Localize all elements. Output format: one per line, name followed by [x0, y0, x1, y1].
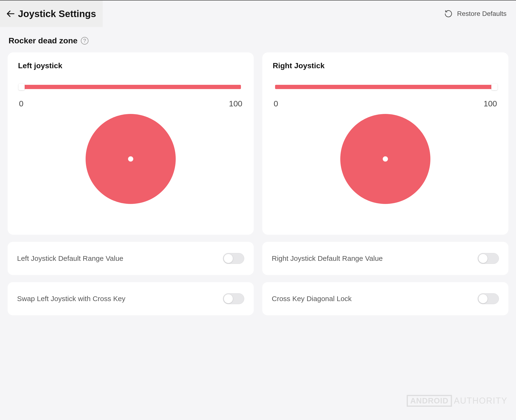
left-range-toggle-row: Left Joystick Default Range Value [8, 242, 254, 275]
slider-thumb[interactable] [491, 84, 498, 90]
slider-labels: 0 100 [18, 99, 243, 108]
right-range-label: Right Joystick Default Range Value [272, 255, 383, 262]
diag-lock-toggle-row: Cross Key Diagonal Lock [262, 282, 508, 315]
diag-lock-label: Cross Key Diagonal Lock [272, 295, 352, 303]
slider-thumb[interactable] [18, 84, 25, 90]
toggle-knob [223, 254, 233, 263]
back-arrow-icon[interactable] [6, 9, 15, 18]
diag-lock-toggle[interactable] [477, 293, 499, 304]
left-deadzone-circle [86, 114, 176, 204]
watermark-brand1: ANDROID [407, 395, 452, 407]
page-title: Joystick Settings [18, 8, 96, 19]
left-deadzone-dot [128, 156, 133, 162]
section-title: Rocker dead zone [8, 36, 77, 45]
right-deadzone-circle [340, 114, 430, 204]
swap-cross-toggle-row: Swap Left Joystick with Cross Key [8, 282, 254, 315]
right-deadzone-dot [383, 156, 388, 162]
watermark: ANDROID AUTHORITY [407, 395, 508, 407]
left-min-label: 0 [19, 99, 23, 108]
left-joystick-title: Left joystick [18, 61, 243, 70]
right-min-label: 0 [274, 99, 278, 108]
header-left: Joystick Settings [0, 0, 103, 27]
section-title-row: Rocker dead zone ? [8, 36, 508, 45]
restore-defaults-button[interactable]: Restore Defaults [444, 9, 516, 18]
left-range-toggle[interactable] [223, 253, 244, 264]
toggle-knob [478, 294, 488, 303]
left-joystick-card: Left joystick 0 100 [8, 52, 254, 235]
swap-cross-toggle[interactable] [223, 293, 244, 304]
right-joystick-card: Right Joystick 0 100 [262, 52, 508, 235]
right-range-toggle-row: Right Joystick Default Range Value [262, 242, 508, 275]
right-range-toggle[interactable] [477, 253, 499, 264]
swap-cross-label: Swap Left Joystick with Cross Key [17, 295, 125, 303]
slider-track [275, 85, 496, 89]
help-icon[interactable]: ? [81, 37, 88, 45]
watermark-brand2: AUTHORITY [454, 396, 508, 406]
left-deadzone-slider[interactable] [20, 85, 241, 89]
slider-labels: 0 100 [273, 99, 498, 108]
right-max-label: 100 [484, 99, 497, 108]
restore-defaults-label: Restore Defaults [457, 10, 507, 17]
restore-icon [444, 9, 453, 18]
toggle-knob [478, 254, 488, 263]
slider-track [20, 85, 241, 89]
right-deadzone-slider[interactable] [275, 85, 496, 89]
left-range-label: Left Joystick Default Range Value [17, 255, 123, 262]
header: Joystick Settings Restore Defaults [0, 0, 516, 27]
toggle-knob [223, 294, 233, 303]
left-max-label: 100 [229, 99, 242, 108]
right-joystick-title: Right Joystick [273, 61, 498, 70]
